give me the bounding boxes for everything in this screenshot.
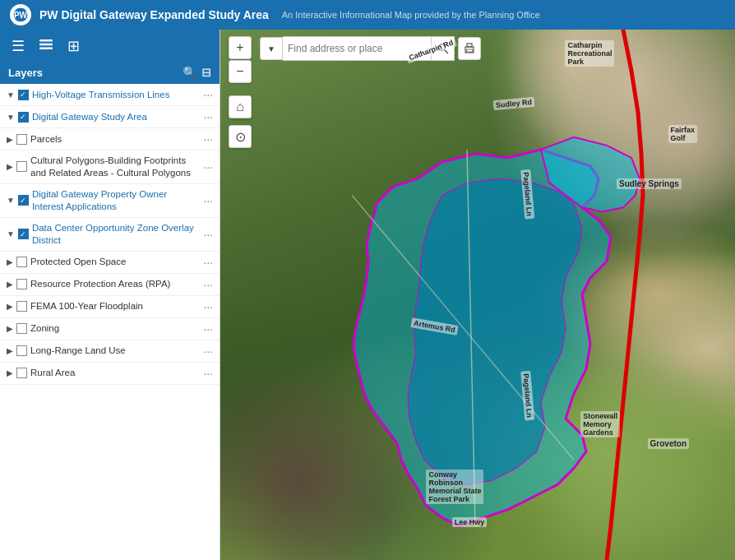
layer-name-rural-area: Rural Area: [30, 367, 200, 379]
layer-chevron: ▼: [7, 196, 15, 205]
search-dropdown-button[interactable]: ▼: [260, 37, 283, 60]
layer-name-rpa: Resource Protection Areas (RPA): [30, 278, 200, 290]
layer-checkbox-data-center[interactable]: [18, 229, 29, 239]
layer-name-data-center: Data Center Opportunity Zone Overlay Dis…: [32, 222, 200, 247]
layer-chevron: ▼: [7, 113, 15, 122]
layers-header: Layers 🔍 ⊟: [0, 62, 220, 84]
svg-text:PW: PW: [14, 11, 28, 20]
layer-chevron: ▼: [7, 229, 15, 238]
layers-title: Layers: [8, 67, 43, 79]
svg-line-6: [445, 50, 448, 53]
layer-name-digital-gateway-study: Digital Gateway Study Area: [32, 111, 200, 123]
layer-more-high-voltage[interactable]: ···: [203, 88, 213, 101]
compass-button-wrap: ⊙: [229, 125, 252, 148]
layer-chevron: ▶: [7, 135, 13, 144]
layer-item-zoning[interactable]: ▶Zoning···: [0, 318, 220, 340]
layer-item-digital-gateway-study[interactable]: ▼Digital Gateway Study Area···: [0, 106, 220, 128]
layer-item-parcels[interactable]: ▶Parcels···: [0, 128, 220, 150]
layer-item-cultural-polygons[interactable]: ▶Cultural Polygons-Building Footprints a…: [0, 150, 220, 184]
menu-button[interactable]: ☰: [8, 35, 28, 57]
layer-name-high-voltage: High-Voltage Transmission Lines: [32, 89, 200, 101]
layer-checkbox-parcels[interactable]: [16, 134, 27, 145]
print-button[interactable]: [458, 37, 481, 60]
layer-more-rpa[interactable]: ···: [203, 278, 213, 291]
layer-checkbox-cultural-polygons[interactable]: [16, 161, 27, 172]
layer-item-floodplain[interactable]: ▶FEMA 100-Year Floodplain···: [0, 296, 220, 318]
layer-more-parcels[interactable]: ···: [203, 132, 213, 146]
layer-more-rural-area[interactable]: ···: [203, 367, 213, 380]
layer-name-floodplain: FEMA 100-Year Floodplain: [30, 300, 200, 312]
layer-checkbox-protected-open[interactable]: [16, 257, 27, 267]
layer-checkbox-long-range[interactable]: [16, 345, 27, 356]
layer-name-property-owner: Digital Gateway Property Owner Interest …: [32, 188, 200, 213]
app-logo: PW: [10, 4, 31, 25]
layer-more-cultural-polygons[interactable]: ···: [203, 160, 213, 174]
app-header: PW PW Digital Gateway Expanded Study Are…: [0, 0, 735, 30]
filter-icon[interactable]: ⊟: [201, 66, 211, 79]
layer-item-long-range[interactable]: ▶Long-Range Land Use···: [0, 340, 220, 363]
svg-rect-9: [467, 49, 473, 52]
layer-chevron: ▶: [7, 162, 13, 171]
layer-item-data-center[interactable]: ▼Data Center Opportunity Zone Overlay Di…: [0, 218, 220, 252]
svg-rect-4: [39, 47, 53, 49]
layer-checkbox-high-voltage[interactable]: [18, 90, 29, 100]
layer-name-zoning: Zoning: [30, 322, 200, 335]
svg-rect-8: [467, 44, 472, 47]
layer-item-rural-area[interactable]: ▶Rural Area···: [0, 363, 220, 385]
compass-button[interactable]: ⊙: [229, 125, 252, 148]
major-highway-line: [607, 30, 643, 560]
layer-chevron: ▼: [7, 90, 15, 100]
layer-chevron: ▶: [7, 368, 13, 377]
layer-more-zoning[interactable]: ···: [203, 322, 213, 336]
layer-chevron: ▶: [7, 324, 13, 333]
layer-more-protected-open[interactable]: ···: [203, 256, 213, 269]
main-content: ☰ ⊞ Layers 🔍 ⊟ ▼High-Voltage Transmissio…: [0, 30, 735, 560]
map-overlay-svg: [220, 30, 735, 560]
grid-button[interactable]: ⊞: [64, 35, 83, 57]
layer-more-floodplain[interactable]: ···: [203, 300, 213, 313]
layer-name-parcels: Parcels: [30, 133, 200, 146]
layer-more-data-center[interactable]: ···: [203, 228, 213, 241]
layer-checkbox-floodplain[interactable]: [16, 301, 27, 312]
layer-item-high-voltage[interactable]: ▼High-Voltage Transmission Lines···: [0, 84, 220, 106]
layer-chevron: ▶: [7, 257, 13, 266]
layer-chevron: ▶: [7, 280, 13, 289]
layer-item-rpa[interactable]: ▶Resource Protection Areas (RPA)···: [0, 274, 220, 296]
sidebar-toolbar: ☰ ⊞: [0, 30, 220, 62]
layer-checkbox-digital-gateway-study[interactable]: [18, 112, 29, 123]
sidebar: ☰ ⊞ Layers 🔍 ⊟ ▼High-Voltage Transmissio…: [0, 30, 220, 560]
app-title: PW Digital Gateway Expanded Study Area: [39, 8, 269, 21]
svg-rect-2: [39, 39, 53, 42]
layer-item-protected-open[interactable]: ▶Protected Open Space···: [0, 252, 220, 274]
search-icon[interactable]: 🔍: [183, 66, 196, 79]
road-lee-hwy: Lee Hwy: [452, 517, 488, 527]
map-area[interactable]: + − ▼: [220, 30, 735, 560]
layer-item-property-owner[interactable]: ▼Digital Gateway Property Owner Interest…: [0, 184, 220, 218]
app-subtitle: An Interactive Informational Map provide…: [282, 10, 540, 20]
layer-more-digital-gateway-study[interactable]: ···: [203, 110, 213, 123]
layers-button[interactable]: [35, 35, 58, 58]
home-button-wrap: ⌂: [229, 95, 252, 118]
layers-list: ▼High-Voltage Transmission Lines···▼Digi…: [0, 84, 220, 385]
layer-more-long-range[interactable]: ···: [203, 345, 213, 358]
layer-more-property-owner[interactable]: ···: [203, 194, 213, 207]
layer-chevron: ▶: [7, 302, 13, 311]
layer-name-long-range: Long-Range Land Use: [30, 345, 200, 357]
zoom-out-button[interactable]: −: [229, 60, 252, 83]
layer-checkbox-zoning[interactable]: [16, 323, 27, 334]
svg-rect-3: [39, 43, 53, 45]
layer-chevron: ▶: [7, 346, 13, 355]
layer-checkbox-property-owner[interactable]: [18, 195, 29, 206]
layers-header-icons: 🔍 ⊟: [183, 66, 211, 79]
layer-name-cultural-polygons: Cultural Polygons-Building Footprints an…: [30, 155, 200, 179]
layer-checkbox-rural-area[interactable]: [16, 368, 27, 378]
layer-checkbox-rpa[interactable]: [16, 279, 27, 289]
layer-name-protected-open: Protected Open Space: [30, 256, 200, 268]
zoom-in-button[interactable]: +: [229, 36, 252, 59]
home-button[interactable]: ⌂: [229, 95, 252, 118]
